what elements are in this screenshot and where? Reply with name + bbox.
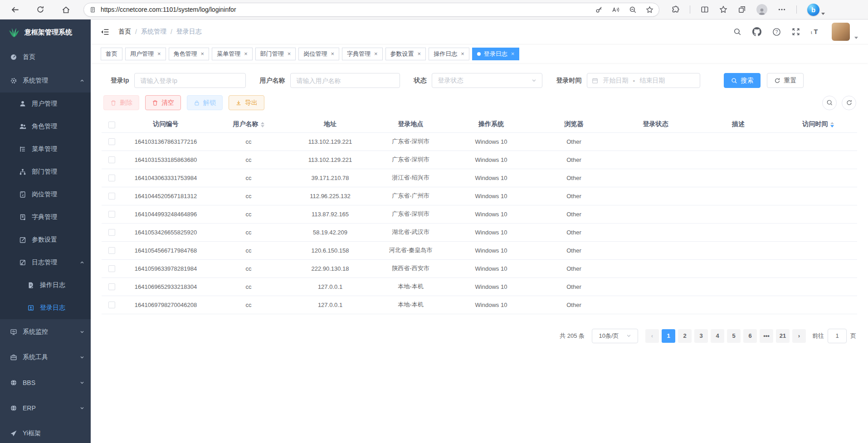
- sidebar-item-system-tools[interactable]: 系统工具: [0, 345, 91, 370]
- sidebar-item-role-management[interactable]: 角色管理: [0, 115, 91, 138]
- user-name-input[interactable]: [290, 73, 400, 88]
- page-button-6[interactable]: 6: [743, 329, 757, 343]
- sidebar-item-operation-log[interactable]: 操作日志: [0, 274, 91, 297]
- row-checkbox[interactable]: [108, 229, 115, 236]
- reset-button[interactable]: 重置: [767, 73, 804, 88]
- collections-icon[interactable]: [738, 5, 746, 14]
- col-header-user-name[interactable]: 用户名称: [210, 117, 287, 132]
- sidebar-item-erp[interactable]: ERP: [0, 395, 91, 421]
- status-select[interactable]: 登录状态: [432, 73, 542, 88]
- sidebar-item-user-management[interactable]: 用户管理: [0, 92, 91, 115]
- table-refresh-button[interactable]: [842, 96, 856, 110]
- page-size-select[interactable]: 10条/页: [592, 329, 638, 343]
- export-button[interactable]: 导出: [229, 95, 264, 110]
- split-screen-icon[interactable]: [701, 5, 709, 14]
- tab-user-management[interactable]: 用户管理×: [125, 48, 166, 60]
- sidebar-item-post-management[interactable]: 岗位管理: [0, 183, 91, 206]
- more-options-icon[interactable]: [778, 5, 786, 14]
- page-button-21[interactable]: 21: [776, 329, 790, 343]
- search-icon[interactable]: [733, 28, 741, 36]
- unlock-button[interactable]: 解锁: [187, 95, 223, 110]
- sidebar-item-yi-framework[interactable]: Yi框架: [0, 421, 91, 443]
- login-time-range-picker[interactable]: 开始日期 - 结束日期: [587, 73, 700, 88]
- page-button-3[interactable]: 3: [694, 329, 708, 343]
- tab-close-icon[interactable]: ×: [288, 50, 291, 57]
- sidebar-item-system-management[interactable]: 系统管理: [0, 69, 91, 92]
- breadcrumb-home[interactable]: 首页: [118, 28, 131, 36]
- tab-close-icon[interactable]: ×: [374, 50, 378, 57]
- github-icon[interactable]: [752, 27, 761, 36]
- tab-close-icon[interactable]: ×: [201, 50, 205, 57]
- row-checkbox[interactable]: [108, 265, 115, 272]
- sidebar-item-log-management[interactable]: 日志管理: [0, 251, 91, 274]
- tab-menu-management[interactable]: 菜单管理×: [212, 48, 253, 60]
- tab-close-icon[interactable]: ×: [511, 50, 515, 57]
- url-text[interactable]: https://ccnetcore.com:1101/system/log/lo…: [101, 6, 595, 13]
- page-button-4[interactable]: 4: [711, 329, 724, 343]
- row-checkbox[interactable]: [108, 247, 115, 254]
- user-avatar[interactable]: [832, 23, 850, 41]
- clear-button[interactable]: 清空: [145, 95, 181, 110]
- sidebar-item-home[interactable]: 首页: [0, 45, 91, 69]
- browser-home-button[interactable]: [58, 2, 73, 17]
- page-button-5[interactable]: 5: [727, 329, 741, 343]
- select-all-checkbox[interactable]: [108, 122, 115, 128]
- favorites-icon[interactable]: [719, 5, 727, 14]
- sort-icons[interactable]: [261, 122, 264, 127]
- login-ip-input[interactable]: [134, 73, 246, 88]
- table-search-toggle-button[interactable]: [822, 96, 837, 110]
- sidebar-collapse-button[interactable]: [101, 28, 109, 36]
- sidebar-item-system-monitor[interactable]: 系统监控: [0, 319, 91, 345]
- tab-home[interactable]: 首页: [101, 48, 122, 60]
- tab-role-management[interactable]: 角色管理×: [169, 48, 210, 60]
- prev-page-button[interactable]: ‹: [645, 329, 659, 343]
- read-aloud-icon[interactable]: [612, 6, 620, 14]
- row-checkbox[interactable]: [108, 138, 115, 145]
- more-pages-button[interactable]: •••: [760, 329, 773, 343]
- sidebar-item-bbs[interactable]: BBS: [0, 370, 91, 395]
- row-checkbox[interactable]: [108, 156, 115, 163]
- row-checkbox[interactable]: [108, 302, 115, 308]
- tab-post-management[interactable]: 岗位管理×: [298, 48, 339, 60]
- help-icon[interactable]: ?: [772, 28, 781, 36]
- delete-button[interactable]: 删除: [103, 95, 139, 110]
- bing-copilot-icon[interactable]: b: [807, 4, 819, 16]
- sidebar-item-dictionary-management[interactable]: 字典管理: [0, 206, 91, 229]
- copilot-dropdown-caret[interactable]: [821, 13, 825, 15]
- zoom-out-icon[interactable]: [629, 6, 637, 14]
- col-header-visit-time[interactable]: 访问时间: [779, 117, 857, 132]
- row-checkbox[interactable]: [108, 175, 115, 181]
- tab-close-icon[interactable]: ×: [418, 50, 421, 57]
- breadcrumb-system-management[interactable]: 系统管理: [141, 28, 166, 36]
- tab-close-icon[interactable]: ×: [461, 50, 464, 57]
- next-page-button[interactable]: ›: [792, 329, 806, 343]
- tab-department-management[interactable]: 部门管理×: [255, 48, 296, 60]
- password-key-icon[interactable]: [595, 6, 603, 14]
- tab-close-icon[interactable]: ×: [157, 50, 161, 57]
- sidebar-item-department-management[interactable]: 部门管理: [0, 161, 91, 183]
- page-button-2[interactable]: 2: [678, 329, 692, 343]
- browser-refresh-button[interactable]: [33, 2, 48, 17]
- address-bar[interactable]: https://ccnetcore.com:1101/system/log/lo…: [83, 3, 659, 17]
- page-button-1[interactable]: 1: [662, 329, 675, 343]
- tab-parameter-settings[interactable]: 参数设置×: [385, 48, 426, 60]
- goto-page-input[interactable]: [828, 329, 847, 343]
- avatar-dropdown-caret[interactable]: [854, 37, 858, 39]
- row-checkbox[interactable]: [108, 211, 115, 218]
- search-button[interactable]: 搜索: [724, 73, 761, 88]
- tab-dictionary-management[interactable]: 字典管理×: [342, 48, 383, 60]
- browser-profile-avatar[interactable]: [756, 4, 767, 15]
- font-size-icon[interactable]: tT: [811, 28, 821, 36]
- extensions-icon[interactable]: [671, 5, 679, 14]
- tab-close-icon[interactable]: ×: [244, 50, 248, 57]
- tab-operation-log[interactable]: 操作日志×: [429, 48, 469, 60]
- tab-close-icon[interactable]: ×: [331, 50, 334, 57]
- site-info-icon[interactable]: [89, 6, 96, 13]
- row-checkbox[interactable]: [108, 283, 115, 290]
- browser-back-button[interactable]: [7, 2, 23, 17]
- sidebar-item-login-log[interactable]: 登录日志: [0, 297, 91, 319]
- sidebar-item-parameter-settings[interactable]: 参数设置: [0, 229, 91, 251]
- fullscreen-icon[interactable]: [792, 28, 800, 36]
- row-checkbox[interactable]: [108, 193, 115, 200]
- sidebar-item-menu-management[interactable]: 菜单管理: [0, 138, 91, 161]
